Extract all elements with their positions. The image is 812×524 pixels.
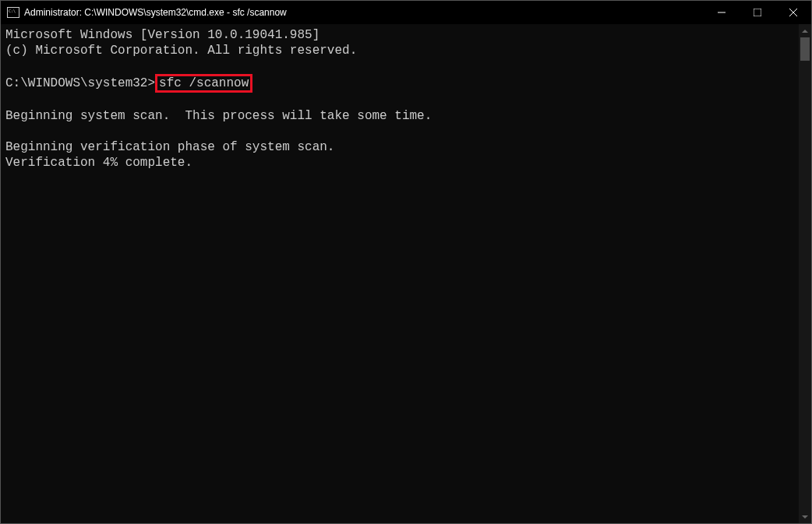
output-line: (c) Microsoft Corporation. All rights re…: [5, 44, 357, 58]
scroll-down-arrow[interactable]: [799, 510, 811, 523]
svg-marker-5: [802, 515, 808, 519]
cmd-icon: [7, 7, 19, 18]
minimize-icon: [718, 9, 726, 16]
titlebar-left: Administrator: C:\WINDOWS\system32\cmd.e…: [1, 7, 287, 18]
close-icon: [789, 9, 797, 16]
minimize-button[interactable]: [704, 1, 740, 24]
output-line: Beginning system scan. This process will…: [5, 109, 432, 123]
svg-rect-0: [718, 12, 726, 13]
close-button[interactable]: [775, 1, 811, 24]
svg-marker-4: [802, 30, 808, 33]
chevron-down-icon: [802, 515, 808, 519]
maximize-icon: [754, 9, 761, 16]
output-line: Microsoft Windows [Version 10.0.19041.98…: [5, 28, 320, 42]
window-title: Administrator: C:\WINDOWS\system32\cmd.e…: [24, 7, 287, 18]
titlebar[interactable]: Administrator: C:\WINDOWS\system32\cmd.e…: [1, 1, 811, 24]
maximize-button[interactable]: [740, 1, 775, 24]
terminal-output[interactable]: Microsoft Windows [Version 10.0.19041.98…: [1, 24, 799, 523]
prompt: C:\WINDOWS\system32>: [5, 76, 155, 90]
highlighted-command: sfc /scannow: [155, 74, 252, 93]
command-prompt-window: Administrator: C:\WINDOWS\system32\cmd.e…: [0, 0, 812, 524]
output-line: Verification 4% complete.: [5, 156, 192, 170]
svg-rect-1: [754, 9, 761, 16]
content-wrapper: Microsoft Windows [Version 10.0.19041.98…: [1, 24, 811, 523]
chevron-up-icon: [802, 30, 808, 33]
scroll-up-arrow[interactable]: [799, 24, 811, 37]
output-line: Beginning verification phase of system s…: [5, 140, 334, 154]
vertical-scrollbar[interactable]: [799, 24, 811, 523]
scroll-thumb[interactable]: [800, 37, 810, 61]
scroll-track[interactable]: [799, 37, 811, 510]
window-controls: [704, 1, 811, 24]
